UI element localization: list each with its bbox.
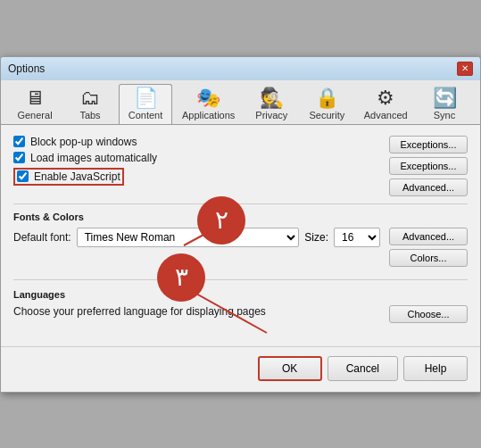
exceptions-images-button[interactable]: Exceptions... <box>389 157 468 175</box>
lang-divider <box>13 279 468 280</box>
window-title: Options <box>8 62 45 75</box>
choose-language-button[interactable]: Choose... <box>389 305 468 323</box>
tab-content-label: Content <box>129 110 163 120</box>
exceptions-buttons: Exceptions... Exceptions... Advanced... <box>389 136 468 196</box>
tab-general[interactable]: 🖥 General <box>8 84 62 124</box>
tab-privacy[interactable]: 🕵 Privacy <box>245 84 298 124</box>
tab-applications[interactable]: 🎭 Applications <box>174 84 243 124</box>
enable-js-checkbox[interactable] <box>17 170 29 182</box>
tab-security-label: Security <box>309 110 344 120</box>
size-label: Size: <box>304 231 328 244</box>
block-popup-row: Block pop-up windows <box>13 136 380 148</box>
applications-icon: 🎭 <box>196 88 220 108</box>
sync-icon: 🔄 <box>433 88 457 108</box>
close-button[interactable]: ✕ <box>457 62 473 76</box>
annotation-3-line <box>178 288 303 337</box>
checkboxes-left: Block pop-up windows Load images automat… <box>13 136 380 196</box>
security-icon: 🔒 <box>315 88 339 108</box>
tab-tabs[interactable]: 🗂 Tabs <box>63 84 117 124</box>
load-images-row: Load images automatically <box>13 152 380 164</box>
tab-general-label: General <box>17 110 52 120</box>
cancel-button[interactable]: Cancel <box>328 356 398 381</box>
tab-privacy-label: Privacy <box>255 110 287 120</box>
options-window: Options ✕ 🖥 General 🗂 Tabs 📄 Content 🎭 A… <box>0 56 481 393</box>
tab-sync[interactable]: 🔄 Sync <box>418 84 471 124</box>
fonts-advanced-button[interactable]: Advanced... <box>389 228 468 245</box>
enable-js-highlight: Enable JavaScript <box>13 168 124 186</box>
ok-button[interactable]: OK <box>258 356 322 381</box>
tab-security[interactable]: 🔒 Security <box>300 84 353 124</box>
tab-advanced[interactable]: ⚙ Advanced <box>355 84 416 124</box>
tab-content[interactable]: 📄 Content <box>119 84 172 124</box>
tabs-icon: 🗂 <box>80 88 100 108</box>
fonts-section: Fonts & Colors Default font: Times New R… <box>13 212 468 267</box>
titlebar: Options ✕ <box>1 57 480 80</box>
fonts-section-title: Fonts & Colors <box>13 212 468 222</box>
annotation-2-line <box>153 196 224 250</box>
svg-line-1 <box>187 288 267 333</box>
help-button[interactable]: Help <box>403 356 468 381</box>
tab-sync-label: Sync <box>434 110 455 120</box>
block-popup-checkbox[interactable] <box>13 136 25 147</box>
block-popup-label: Block pop-up windows <box>30 136 137 148</box>
tab-applications-label: Applications <box>182 110 235 120</box>
default-font-label: Default font: <box>13 231 71 244</box>
general-icon: 🖥 <box>25 88 45 108</box>
exceptions-popup-button[interactable]: Exceptions... <box>389 136 468 153</box>
load-images-checkbox[interactable] <box>13 152 25 163</box>
main-content: Block pop-up windows Load images automat… <box>1 125 480 392</box>
svg-line-0 <box>184 228 217 245</box>
fonts-divider <box>13 203 468 204</box>
tab-tabs-label: Tabs <box>79 110 100 120</box>
checkboxes-area: Block pop-up windows Load images automat… <box>13 136 468 196</box>
advanced-icon: ⚙ <box>377 88 394 108</box>
privacy-icon: 🕵 <box>260 88 284 108</box>
load-images-label: Load images automatically <box>30 152 157 164</box>
colors-button[interactable]: Colors... <box>389 249 468 267</box>
fonts-area: Default font: Times New Roman Size: 16 A… <box>13 228 468 267</box>
bottom-buttons: OK Cancel Help <box>1 346 480 392</box>
content-icon: 📄 <box>134 88 158 108</box>
enable-js-row: Enable JavaScript <box>13 168 380 186</box>
content-panel: Block pop-up windows Load images automat… <box>1 125 480 346</box>
enable-js-label: Enable JavaScript <box>34 170 120 183</box>
size-select[interactable]: 16 <box>334 228 380 247</box>
fonts-buttons: Advanced... Colors... <box>389 228 468 267</box>
advanced-js-button[interactable]: Advanced... <box>389 178 468 196</box>
tab-advanced-label: Advanced <box>364 110 408 120</box>
tab-bar: 🖥 General 🗂 Tabs 📄 Content 🎭 Application… <box>1 80 480 125</box>
